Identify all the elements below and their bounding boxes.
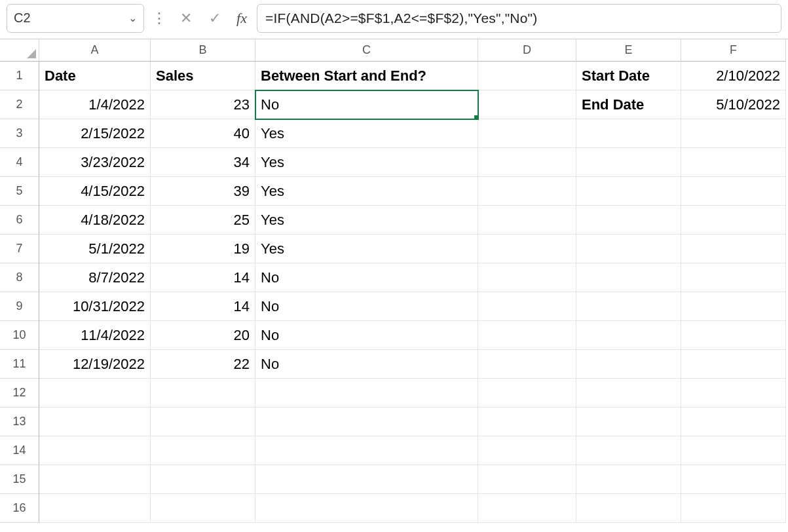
row-header-2[interactable]: 2 (0, 90, 39, 119)
enter-formula-button[interactable]: ✓ (203, 7, 227, 30)
cell-C5[interactable]: Yes (255, 177, 478, 206)
cell-E5[interactable] (576, 177, 681, 206)
cell-B13[interactable] (151, 408, 255, 436)
cell-E12[interactable] (576, 379, 681, 408)
cell-E13[interactable] (576, 408, 681, 436)
row-header-4[interactable]: 4 (0, 148, 39, 177)
row-header-14[interactable]: 14 (0, 436, 39, 465)
cell-F10[interactable] (681, 321, 786, 350)
cell-F1[interactable]: 2/10/2022 (681, 62, 786, 90)
cell-E3[interactable] (576, 119, 681, 148)
cell-F11[interactable] (681, 350, 786, 379)
cell-E9[interactable] (576, 292, 681, 321)
cell-B15[interactable] (151, 465, 255, 494)
cell-C9[interactable]: No (255, 292, 478, 321)
cell-B12[interactable] (151, 379, 255, 408)
row-header-3[interactable]: 3 (0, 119, 39, 148)
cell-E8[interactable] (576, 263, 681, 292)
cell-A13[interactable] (39, 408, 151, 436)
row-header-12[interactable]: 12 (0, 379, 39, 408)
cell-A4[interactable]: 3/23/2022 (39, 148, 151, 177)
row-header-7[interactable]: 7 (0, 235, 39, 263)
cell-B6[interactable]: 25 (151, 206, 255, 235)
cell-A11[interactable]: 12/19/2022 (39, 350, 151, 379)
cell-F2[interactable]: 5/10/2022 (681, 90, 786, 119)
row-header-5[interactable]: 5 (0, 177, 39, 206)
cell-B4[interactable]: 34 (151, 148, 255, 177)
cell-F12[interactable] (681, 379, 786, 408)
row-header-13[interactable]: 13 (0, 408, 39, 436)
cell-D10[interactable] (478, 321, 576, 350)
cell-E1[interactable]: Start Date (576, 62, 681, 90)
cell-B3[interactable]: 40 (151, 119, 255, 148)
chevron-down-icon[interactable]: ⌄ (128, 12, 137, 24)
cell-D13[interactable] (478, 408, 576, 436)
cell-D14[interactable] (478, 436, 576, 465)
cell-C15[interactable] (255, 465, 478, 494)
cell-C8[interactable]: No (255, 263, 478, 292)
cell-D5[interactable] (478, 177, 576, 206)
cell-C14[interactable] (255, 436, 478, 465)
cell-B10[interactable]: 20 (151, 321, 255, 350)
cell-F16[interactable] (681, 494, 786, 523)
cell-F8[interactable] (681, 263, 786, 292)
cell-E7[interactable] (576, 235, 681, 263)
cell-C7[interactable]: Yes (255, 235, 478, 263)
column-header-B[interactable]: B (151, 39, 255, 62)
cell-C2[interactable]: No (255, 90, 478, 119)
cell-F3[interactable] (681, 119, 786, 148)
cell-D12[interactable] (478, 379, 576, 408)
cell-B16[interactable] (151, 494, 255, 523)
cell-A7[interactable]: 5/1/2022 (39, 235, 151, 263)
cell-F15[interactable] (681, 465, 786, 494)
cell-E10[interactable] (576, 321, 681, 350)
cell-E11[interactable] (576, 350, 681, 379)
cell-C6[interactable]: Yes (255, 206, 478, 235)
cell-C13[interactable] (255, 408, 478, 436)
cell-C10[interactable]: No (255, 321, 478, 350)
cell-F9[interactable] (681, 292, 786, 321)
row-header-9[interactable]: 9 (0, 292, 39, 321)
cell-A5[interactable]: 4/15/2022 (39, 177, 151, 206)
cancel-formula-button[interactable]: ✕ (174, 7, 198, 30)
cell-C4[interactable]: Yes (255, 148, 478, 177)
cell-B2[interactable]: 23 (151, 90, 255, 119)
cell-F7[interactable] (681, 235, 786, 263)
cell-E2[interactable]: End Date (576, 90, 681, 119)
cell-A12[interactable] (39, 379, 151, 408)
cell-E15[interactable] (576, 465, 681, 494)
name-box[interactable]: C2 ⌄ (7, 4, 144, 33)
cell-E6[interactable] (576, 206, 681, 235)
cell-C1[interactable]: Between Start and End? (255, 62, 478, 90)
cell-D11[interactable] (478, 350, 576, 379)
row-header-6[interactable]: 6 (0, 206, 39, 235)
cell-D9[interactable] (478, 292, 576, 321)
cell-C11[interactable]: No (255, 350, 478, 379)
cell-F14[interactable] (681, 436, 786, 465)
fx-icon[interactable]: fx (232, 10, 252, 27)
cell-E16[interactable] (576, 494, 681, 523)
cell-D4[interactable] (478, 148, 576, 177)
cell-B8[interactable]: 14 (151, 263, 255, 292)
cell-C16[interactable] (255, 494, 478, 523)
cell-B11[interactable]: 22 (151, 350, 255, 379)
cell-B7[interactable]: 19 (151, 235, 255, 263)
column-header-C[interactable]: C (255, 39, 478, 62)
cell-A3[interactable]: 2/15/2022 (39, 119, 151, 148)
cell-D6[interactable] (478, 206, 576, 235)
cell-D15[interactable] (478, 465, 576, 494)
cell-F6[interactable] (681, 206, 786, 235)
cell-F13[interactable] (681, 408, 786, 436)
cell-B14[interactable] (151, 436, 255, 465)
cell-B9[interactable]: 14 (151, 292, 255, 321)
cell-B1[interactable]: Sales (151, 62, 255, 90)
cell-F4[interactable] (681, 148, 786, 177)
cell-F5[interactable] (681, 177, 786, 206)
row-header-11[interactable]: 11 (0, 350, 39, 379)
cell-D2[interactable] (478, 90, 576, 119)
row-header-1[interactable]: 1 (0, 62, 39, 90)
select-all-corner[interactable] (0, 39, 39, 62)
cell-C3[interactable]: Yes (255, 119, 478, 148)
row-header-10[interactable]: 10 (0, 321, 39, 350)
row-header-16[interactable]: 16 (0, 494, 39, 523)
